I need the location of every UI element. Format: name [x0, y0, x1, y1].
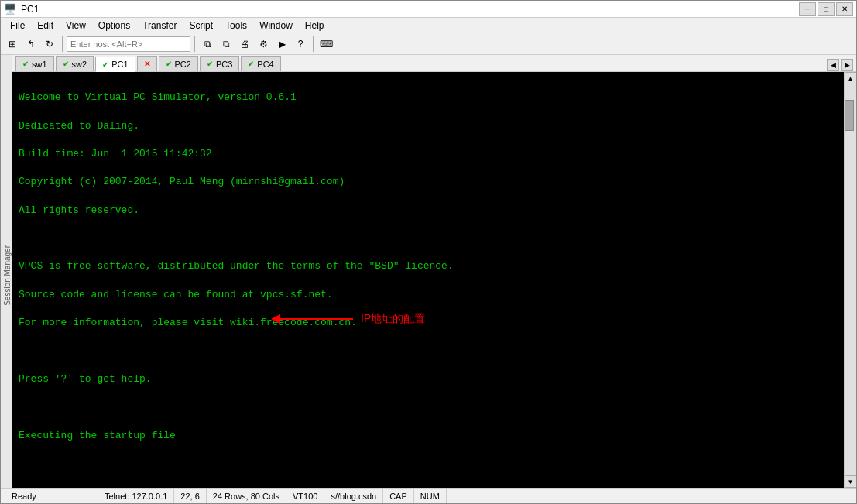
- scrollbar-vertical[interactable]: ▲ ▼: [844, 72, 856, 488]
- session-manager-panel[interactable]: Session Manager: [1, 55, 12, 488]
- terminal-wrapper: Welcome to Virtual PC Simulator, version…: [12, 72, 856, 488]
- toolbar-sep-1: [62, 36, 63, 52]
- menu-edit[interactable]: Edit: [31, 19, 60, 33]
- tab-sw2[interactable]: ✔ sw2: [56, 56, 94, 71]
- term-line-13: [19, 457, 838, 471]
- toolbar-cmd[interactable]: ▶: [273, 36, 290, 53]
- status-caps: CAP: [383, 489, 414, 503]
- term-line-11: [19, 400, 838, 414]
- menu-help[interactable]: Help: [299, 19, 331, 33]
- tab-sw1-check: ✔: [22, 60, 29, 68]
- session-manager-label: Session Manager: [3, 245, 12, 306]
- tab-pc4[interactable]: ✔ PC4: [241, 56, 280, 71]
- host-input[interactable]: [67, 36, 190, 52]
- scrollbar-up-arrow[interactable]: ▲: [845, 72, 857, 84]
- tab-nav-right[interactable]: ▶: [841, 59, 853, 71]
- tab-pc1[interactable]: ✔ PC1: [95, 57, 135, 72]
- tab-nav: ◀ ▶: [827, 59, 853, 71]
- term-line-2: Build time: Jun 1 2015 11:42:32: [19, 147, 838, 161]
- tab-sw1-label: sw1: [32, 60, 47, 69]
- window-icon: 🖥️: [4, 3, 16, 15]
- toolbar: ⊞ ↰ ↻ ⧉ ⧉ 🖨 ⚙ ▶ ? ⌨: [1, 33, 856, 55]
- menu-options[interactable]: Options: [92, 19, 136, 33]
- tab-sw2-label: sw2: [72, 60, 87, 69]
- menu-tools[interactable]: Tools: [219, 19, 253, 33]
- toolbar-btn-copy2[interactable]: ⧉: [199, 36, 216, 53]
- term-line-0: Welcome to Virtual PC Simulator, version…: [19, 91, 838, 105]
- menu-transfer[interactable]: Transfer: [136, 19, 183, 33]
- status-position: 22, 6: [174, 489, 206, 503]
- toolbar-paste[interactable]: ↻: [41, 36, 58, 53]
- tab-pc4-check: ✔: [248, 60, 254, 68]
- tab-sw2-check: ✔: [63, 60, 69, 68]
- status-ready: Ready: [5, 489, 98, 503]
- toolbar-help[interactable]: ?: [292, 36, 309, 53]
- status-blog: s//blog.csdn: [324, 489, 383, 503]
- terminal[interactable]: Welcome to Virtual PC Simulator, version…: [12, 72, 844, 488]
- term-line-12: Executing the startup file: [19, 429, 838, 443]
- term-line-10: Press '?' to get help.: [19, 372, 838, 386]
- toolbar-keypad[interactable]: ⌨: [317, 36, 334, 53]
- status-size: 24 Rows, 80 Cols: [207, 489, 286, 503]
- term-line-4: All rights reserved.: [19, 204, 838, 218]
- tab-pc2[interactable]: ✔ PC2: [159, 56, 198, 71]
- tab-nav-left[interactable]: ◀: [827, 59, 839, 71]
- term-line-7: Source code and license can be found at …: [19, 288, 838, 302]
- tab-pc2-close[interactable]: ✕: [137, 56, 157, 71]
- menu-file[interactable]: File: [4, 19, 31, 33]
- term-line-6: VPCS is free software, distributed under…: [19, 259, 838, 273]
- toolbar-sep-3: [313, 36, 314, 52]
- toolbar-settings[interactable]: ⚙: [255, 36, 272, 53]
- scrollbar-thumb[interactable]: [845, 100, 854, 131]
- term-line-5: [19, 231, 838, 245]
- tab-pc3-label: PC3: [216, 60, 232, 69]
- status-telnet: Telnet: 127.0.0.1: [98, 489, 174, 503]
- menu-window[interactable]: Window: [253, 19, 299, 33]
- status-bar: Ready Telnet: 127.0.0.1 22, 6 24 Rows, 8…: [1, 488, 856, 503]
- status-terminal: VT100: [286, 489, 324, 503]
- tab-pc4-label: PC4: [257, 60, 273, 69]
- tab-pc2-x-icon: ✕: [144, 60, 150, 68]
- term-line-9: [19, 345, 838, 358]
- tab-pc3-check: ✔: [207, 60, 213, 68]
- toolbar-copy[interactable]: ↰: [22, 36, 39, 53]
- term-line-8: For more information, please visit wiki.…: [19, 316, 838, 330]
- toolbar-sep-2: [194, 36, 195, 52]
- menu-bar: File Edit View Options Transfer Script T…: [1, 18, 856, 33]
- tab-pc2-check: ✔: [166, 60, 172, 68]
- main-window: 🖥️ PC1 ─ □ ✕ File Edit View Options Tran…: [0, 0, 857, 504]
- term-line-3: Copyright (c) 2007-2014, Paul Meng (mirn…: [19, 175, 838, 189]
- session-wrapper: Session Manager ✔ sw1 ✔ sw2 ✔ PC1 ✕: [1, 55, 856, 488]
- toolbar-new-session[interactable]: ⊞: [4, 36, 21, 53]
- toolbar-print[interactable]: 🖨: [236, 36, 253, 53]
- menu-script[interactable]: Script: [183, 19, 219, 33]
- tab-pc1-check: ✔: [102, 60, 108, 69]
- tab-bar: ✔ sw1 ✔ sw2 ✔ PC1 ✕ ✔ PC2: [12, 55, 856, 72]
- tab-sw1[interactable]: ✔ sw1: [15, 56, 54, 71]
- scrollbar-down-arrow[interactable]: ▼: [845, 475, 857, 488]
- toolbar-btn-paste2[interactable]: ⧉: [218, 36, 235, 53]
- tab-pc1-label: PC1: [111, 60, 128, 69]
- window-title: PC1: [21, 4, 39, 15]
- minimize-button[interactable]: ─: [799, 2, 816, 16]
- menu-view[interactable]: View: [60, 19, 92, 33]
- term-line-14: [19, 485, 838, 488]
- term-line-1: Dedicated to Daling.: [19, 119, 838, 133]
- tab-pc2-label: PC2: [175, 60, 191, 69]
- maximize-button[interactable]: □: [818, 2, 835, 16]
- scrollbar-track[interactable]: [845, 84, 856, 475]
- tab-pc3[interactable]: ✔ PC3: [200, 56, 239, 71]
- close-button[interactable]: ✕: [836, 2, 853, 16]
- title-bar: 🖥️ PC1 ─ □ ✕: [1, 1, 856, 18]
- main-area: ✔ sw1 ✔ sw2 ✔ PC1 ✕ ✔ PC2: [12, 55, 856, 488]
- status-num: NUM: [414, 489, 447, 503]
